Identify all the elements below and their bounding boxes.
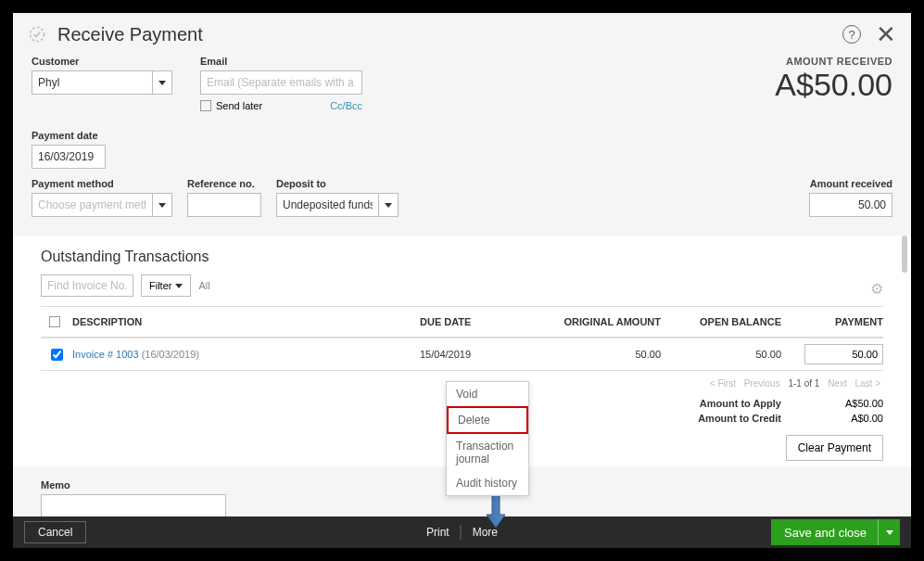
transactions-table: DESCRIPTION DUE DATE ORIGINAL AMOUNT OPE…: [41, 306, 883, 371]
amount-received-value: A$50.00: [775, 67, 892, 103]
clear-payment-button[interactable]: Clear Payment: [786, 435, 883, 461]
find-invoice-input[interactable]: [41, 274, 133, 297]
col-open-balance: OPEN BALANCE: [661, 316, 781, 327]
payment-method-input[interactable]: [32, 193, 152, 217]
row-payment-input[interactable]: [804, 344, 883, 364]
customer-dropdown-button[interactable]: [152, 70, 172, 95]
more-menu: Void Delete Transaction journal Audit hi…: [446, 381, 529, 496]
payment-date-field: Payment date: [32, 130, 106, 169]
menu-transaction-journal[interactable]: Transaction journal: [447, 434, 528, 471]
more-link[interactable]: More: [462, 526, 509, 539]
table-row: Invoice # 1003 (16/03/2019) 15/04/2019 5…: [41, 338, 883, 371]
scrollbar[interactable]: [902, 236, 907, 273]
menu-delete[interactable]: Delete: [447, 406, 528, 434]
deposit-to-field: Deposit to: [276, 178, 399, 217]
menu-void[interactable]: Void: [447, 382, 528, 406]
col-payment: PAYMENT: [781, 316, 883, 327]
pager-prev[interactable]: Previous: [744, 378, 780, 389]
footer-bar: Cancel Print More Save and close: [13, 516, 911, 548]
deposit-to-label: Deposit to: [276, 178, 399, 189]
gear-icon[interactable]: ⚙: [870, 280, 883, 298]
modal-header: Receive Payment ? ✕: [13, 13, 911, 56]
print-link[interactable]: Print: [415, 526, 461, 539]
customer-input[interactable]: [32, 70, 152, 95]
row-open-balance: 50.00: [661, 349, 781, 360]
amount-to-apply-label: Amount to Apply: [700, 398, 781, 409]
customer-label: Customer: [32, 56, 172, 67]
pager-first[interactable]: < First: [710, 378, 736, 389]
close-icon[interactable]: ✕: [876, 22, 896, 46]
payment-method-label: Payment method: [32, 178, 172, 189]
invoice-link[interactable]: Invoice # 1003: [72, 349, 139, 360]
col-original-amount: ORIGINAL AMOUNT: [531, 316, 661, 327]
customer-field: Customer: [32, 56, 172, 111]
amount-to-credit-value: A$0.00: [818, 413, 883, 424]
invoice-date: (16/03/2019): [142, 349, 199, 360]
row-original-amount: 50.00: [531, 349, 661, 360]
save-and-close-button[interactable]: Save and close: [771, 519, 900, 545]
row-checkbox[interactable]: [51, 349, 63, 361]
amount-received-display: AMOUNT RECEIVED A$50.00: [775, 56, 892, 111]
amount-to-credit-label: Amount to Credit: [698, 413, 781, 424]
payment-date-input[interactable]: [32, 145, 106, 169]
amount-received-field-label: Amount received: [809, 178, 892, 189]
pager-next[interactable]: Next: [828, 378, 847, 389]
email-label: Email: [200, 56, 362, 67]
select-all-checkbox[interactable]: [49, 316, 60, 327]
send-later-checkbox[interactable]: [200, 100, 211, 111]
email-input[interactable]: [200, 70, 362, 95]
ccbcc-link[interactable]: Cc/Bcc: [330, 100, 362, 111]
pager-last[interactable]: Last >: [854, 378, 880, 389]
send-later-label: Send later: [216, 100, 262, 111]
deposit-to-dropdown-button[interactable]: [378, 193, 399, 217]
col-description: DESCRIPTION: [72, 316, 420, 327]
col-due-date: DUE DATE: [420, 316, 531, 327]
pager-range: 1-1 of 1: [788, 378, 819, 389]
cancel-button[interactable]: Cancel: [24, 521, 86, 543]
reference-no-field: Reference no.: [187, 178, 261, 217]
row-due-date: 15/04/2019: [420, 349, 531, 360]
receive-payment-icon: [28, 25, 46, 44]
reference-no-input[interactable]: [187, 193, 261, 217]
email-field: Email Send later Cc/Bcc: [200, 56, 362, 111]
save-dropdown-caret[interactable]: [878, 519, 900, 545]
reference-no-label: Reference no.: [187, 178, 261, 189]
amount-to-apply-value: A$50.00: [818, 398, 883, 409]
menu-audit-history[interactable]: Audit history: [447, 471, 528, 495]
amount-received-input[interactable]: [809, 193, 892, 217]
payment-method-dropdown-button[interactable]: [152, 193, 172, 217]
amount-received-field: Amount received: [809, 178, 892, 217]
help-icon[interactable]: ?: [842, 25, 861, 44]
payment-method-field: Payment method: [32, 178, 172, 217]
table-header: DESCRIPTION DUE DATE ORIGINAL AMOUNT OPE…: [41, 306, 883, 338]
deposit-to-input[interactable]: [276, 193, 378, 217]
outstanding-transactions-title: Outstanding Transactions: [41, 249, 883, 265]
page-title: Receive Payment: [57, 24, 842, 45]
amount-received-label: AMOUNT RECEIVED: [775, 56, 892, 67]
svg-point-0: [31, 28, 44, 42]
payment-date-label: Payment date: [32, 130, 106, 141]
filter-all-label: All: [198, 280, 209, 291]
filter-button[interactable]: Filter: [141, 274, 191, 297]
